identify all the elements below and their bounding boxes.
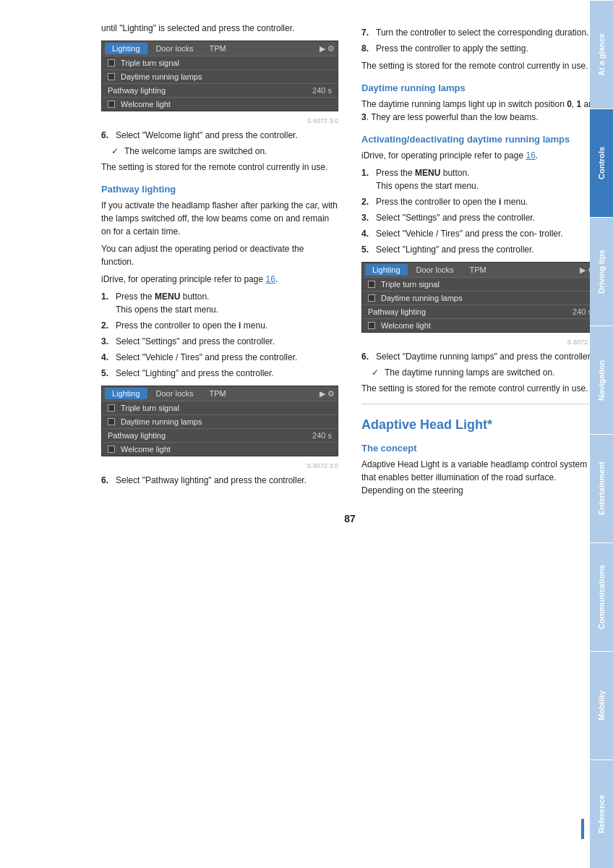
widget2-row-4: Welcome light (102, 442, 338, 456)
section-divider (361, 404, 599, 404)
step-8: 8. Press the controller to apply the set… (361, 42, 599, 55)
widget3-tab-tpm[interactable]: TPM (463, 264, 494, 276)
idrive-ref-b: iDrive, for operating principle refer to… (101, 273, 338, 286)
step-6c: 6. Select "Daytime running lamps" and pr… (361, 350, 599, 363)
widget1-pathway-value: 240 s (312, 86, 332, 95)
step-7-text: Turn the controller to select the corres… (376, 26, 588, 39)
widget2-checkbox-2[interactable] (108, 418, 115, 425)
sidebar-tab-reference[interactable]: Reference (590, 760, 613, 868)
step-b3: 3. Select "Settings" and press the contr… (101, 335, 338, 348)
step-6c-text: Select "Daytime running lamps" and press… (376, 350, 592, 363)
widget3-checkbox-1[interactable] (368, 281, 375, 288)
step-b3-text: Select "Settings" and press the controll… (116, 335, 275, 348)
widget2-label-1: Triple turn signal (121, 404, 332, 412)
step-6a-num: 6. (101, 129, 111, 142)
page-container: until "Lighting" is selected and press t… (0, 0, 613, 868)
widget3-pathway-value: 240 s (573, 307, 592, 316)
widget2-tab-tpm[interactable]: TPM (202, 388, 233, 399)
lighting-widget-1: Lighting Door locks TPM ▶ ⚙ Triple turn … (101, 41, 338, 111)
widget1-checkbox-1[interactable] (108, 59, 115, 67)
widget1-row-4: Welcome light (102, 97, 338, 111)
pathway-heading: Pathway lighting (101, 184, 338, 195)
step-6a: 6. Select "Welcome light" and press the … (101, 129, 338, 142)
idrive-page-link-b[interactable]: 16 (265, 274, 275, 284)
step-6b-num: 6. (101, 474, 111, 487)
widget1-checkbox-2[interactable] (108, 73, 115, 80)
step-b1: 1. Press the MENU button.This opens the … (101, 290, 338, 316)
sidebar-tab-entertainment[interactable]: Entertainment (590, 434, 613, 542)
step-c5-num: 5. (361, 243, 372, 256)
step-b2-num: 2. (101, 319, 111, 332)
widget1-row-3: Pathway lighting 240 s (102, 83, 338, 97)
widget1-tab-doorlocks[interactable]: Door locks (149, 43, 201, 54)
step-c2-num: 2. (361, 195, 372, 208)
steps-c-final: 6. Select "Daytime running lamps" and pr… (361, 350, 599, 363)
widget3-img-label: S 6072 3.0 (361, 339, 599, 346)
step-b5-num: 5. (101, 367, 111, 380)
widget1-checkbox-4[interactable] (108, 101, 115, 108)
step-7: 7. Turn the controller to select the cor… (361, 26, 599, 39)
widget3-checkbox-4[interactable] (368, 322, 375, 329)
step-6a-text: Select "Welcome light" and press the con… (116, 129, 298, 142)
sidebar-tabs: At a glance Controls Driving tips Naviga… (590, 0, 613, 868)
step-b3-num: 3. (101, 335, 111, 348)
checkmark-icon-a: ✓ (111, 146, 119, 156)
step-c3-text: Select "Settings" and press the controll… (376, 211, 535, 224)
widget1-tabs: Lighting Door locks TPM ▶ ⚙ (102, 41, 338, 56)
widget2-checkbox-4[interactable] (108, 446, 115, 453)
note-c: ✓ The daytime running lamps are switched… (372, 367, 599, 378)
widget3-label-4: Welcome light (381, 321, 592, 330)
step-b2: 2. Press the controller to open the i me… (101, 319, 338, 332)
page-number: 87 (101, 513, 599, 524)
left-column: until "Lighting" is selected and press t… (101, 22, 341, 501)
step-8-num: 8. (361, 42, 372, 55)
sidebar-tab-navigation[interactable]: Navigation (590, 326, 613, 434)
widget2-label-2: Daytime running lamps (121, 417, 332, 426)
widget2-img-label: S 6072 3.0 (101, 462, 338, 469)
step-c2-text: Press the controller to open the i menu. (376, 195, 528, 208)
widget2-icons: ▶ ⚙ (320, 389, 335, 399)
widget3-checkbox-2[interactable] (368, 294, 375, 302)
widget2-tabs: Lighting Door locks TPM ▶ ⚙ (102, 386, 338, 401)
step-c4-num: 4. (361, 227, 372, 240)
widget1-tab-lighting[interactable]: Lighting (105, 43, 147, 54)
lighting-widget-2: Lighting Door locks TPM ▶ ⚙ Triple turn … (101, 386, 338, 456)
step-b2-text: Press the controller to open the i menu. (116, 319, 267, 332)
widget3-tab-lighting[interactable]: Lighting (365, 264, 408, 276)
adaptive-heading: Adaptive Head Light* (361, 417, 599, 433)
step-b1-text: Press the MENU button.This opens the sta… (116, 290, 218, 316)
idrive-page-link-c[interactable]: 16 (526, 150, 535, 161)
checkmark-icon-c: ✓ (372, 367, 379, 378)
widget3-tab-doorlocks[interactable]: Door locks (409, 264, 461, 276)
widget3-pathway-label: Pathway lighting (368, 307, 573, 316)
steps-a: 6. Select "Welcome light" and press the … (101, 129, 338, 142)
widget1-row-1: Triple turn signal (102, 56, 338, 69)
step-b4-text: Select "Vehicle / Tires" and press the c… (116, 351, 297, 364)
widget3-row-1: Triple turn signal (362, 277, 598, 291)
pathway-text-1: If you activate the headlamp flasher aft… (101, 199, 338, 238)
widget3-label-1: Triple turn signal (381, 280, 592, 289)
intro-text: until "Lighting" is selected and press t… (101, 22, 338, 35)
widget1-tab-tpm[interactable]: TPM (202, 43, 233, 54)
step-6c-num: 6. (361, 350, 372, 363)
widget1-pathway-label: Pathway lighting (108, 86, 312, 95)
widget2-tab-doorlocks[interactable]: Door locks (149, 388, 201, 399)
sidebar-tab-driving-tips[interactable]: Driving tips (590, 217, 613, 326)
sidebar-tab-at-a-glance[interactable]: At a glance (590, 0, 613, 109)
widget2-checkbox-1[interactable] (108, 404, 115, 412)
sidebar-tab-communications[interactable]: Communications (590, 542, 613, 651)
daytime-text: The daytime running lamps light up in sw… (361, 98, 599, 124)
two-col-layout: until "Lighting" is selected and press t… (101, 22, 599, 501)
step-c5-text: Select "Lighting" and press the controll… (376, 243, 534, 256)
step-6b: 6. Select "Pathway lighting" and press t… (101, 474, 338, 487)
widget2-tab-lighting[interactable]: Lighting (105, 388, 147, 399)
step-c4-text: Select "Vehicle / Tires" and press the c… (376, 227, 563, 240)
sidebar-tab-controls[interactable]: Controls (590, 109, 613, 217)
widget2-pathway-value: 240 s (312, 431, 332, 440)
sidebar-tab-mobility[interactable]: Mobility (590, 651, 613, 760)
step-8-text: Press the controller to apply the settin… (376, 42, 528, 55)
widget1-icons: ▶ ⚙ (320, 44, 335, 54)
widget1-label-1: Triple turn signal (121, 59, 332, 67)
widget1-label-2: Daytime running lamps (121, 72, 332, 81)
note-a: ✓ The welcome lamps are switched on. (111, 146, 338, 156)
